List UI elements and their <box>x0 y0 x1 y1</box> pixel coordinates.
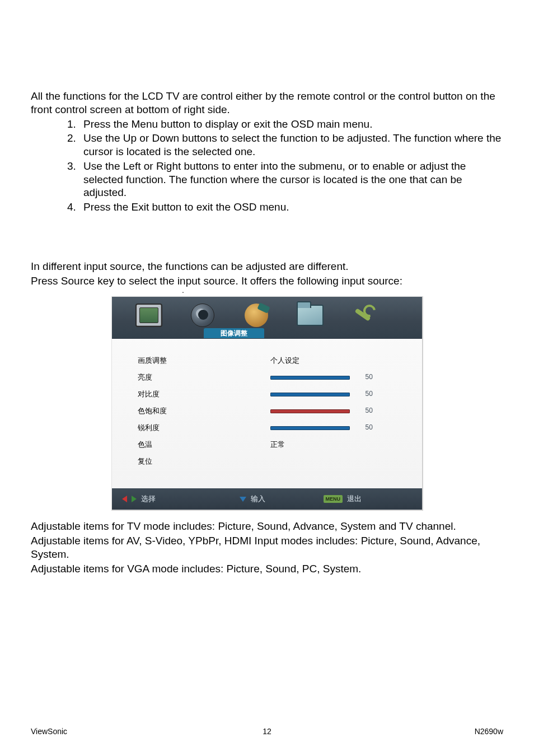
footer-page: 12 <box>31 727 503 736</box>
tab-system[interactable] <box>283 302 337 328</box>
value-contrast[interactable]: 50 <box>270 386 403 403</box>
bar-saturation <box>270 409 350 413</box>
tab-advance[interactable] <box>229 302 283 328</box>
osd-panel: 图像调整 画质调整 亮度 对比度 色饱和度 锐利度 色温 复位 个人设定 <box>111 296 423 511</box>
wrench-icon <box>352 304 376 327</box>
label-reset[interactable]: 复位 <box>138 453 270 470</box>
osd-label-column: 画质调整 亮度 对比度 色饱和度 锐利度 色温 复位 <box>138 352 270 469</box>
active-tab-label: 图像调整 <box>204 328 264 338</box>
label-quality[interactable]: 画质调整 <box>138 352 270 369</box>
bar-brightness <box>270 376 350 380</box>
below-text-block: Adjustable items for TV mode includes: P… <box>31 520 503 575</box>
value-colortemp: 正常 <box>270 436 403 453</box>
label-sharpness[interactable]: 锐利度 <box>138 419 270 436</box>
tab-picture[interactable] <box>122 302 176 328</box>
folder-icon <box>297 305 324 326</box>
arrow-right-icon <box>132 496 137 502</box>
num-saturation: 50 <box>366 403 373 419</box>
tab-tools[interactable] <box>337 302 391 328</box>
osd-value-column: 个人设定 50 50 50 <box>270 352 403 469</box>
arrow-left-icon <box>122 496 127 502</box>
label-contrast[interactable]: 对比度 <box>138 386 270 403</box>
value-brightness[interactable]: 50 <box>270 369 403 386</box>
label-colortemp[interactable]: 色温 <box>138 436 270 453</box>
osd-tab-strip: 图像调整 <box>112 297 422 339</box>
value-saturation[interactable]: 50 <box>270 403 403 419</box>
osd-body: 画质调整 亮度 对比度 色饱和度 锐利度 色温 复位 个人设定 50 <box>112 339 422 488</box>
footer-select-label: 选择 <box>141 494 156 504</box>
osd-footer: 选择 输入 MENU 退出 <box>112 488 422 510</box>
footer-enter-label: 输入 <box>251 494 265 504</box>
instruction-3: Use the Left or Right buttons to enter i… <box>79 160 503 199</box>
below-p1: Adjustable items for TV mode includes: P… <box>31 520 503 533</box>
value-quality: 个人设定 <box>270 352 403 369</box>
stray-dot: . <box>182 288 503 292</box>
value-colortemp-text: 正常 <box>270 436 285 453</box>
instruction-4: Press the Exit button to exit the OSD me… <box>79 200 503 214</box>
num-contrast: 50 <box>366 386 373 402</box>
menu-badge: MENU <box>324 495 343 503</box>
value-sharpness[interactable]: 50 <box>270 419 403 436</box>
bar-contrast <box>270 393 350 396</box>
volume-icon <box>191 304 214 327</box>
monitor-icon <box>135 304 162 327</box>
page-footer: ViewSonic 12 N2690w <box>31 727 503 736</box>
intro-text: All the functions for the LCD TV are con… <box>31 90 503 116</box>
instruction-list: Press the Menu button to display or exit… <box>31 118 503 214</box>
footer-select: 选择 <box>122 494 156 504</box>
tab-label-strip: 图像调整 <box>112 328 422 338</box>
arrow-down-icon <box>240 497 246 502</box>
footer-enter: 输入 <box>240 494 265 504</box>
below-p2: Adjustable items for AV, S-Video, YPbPr,… <box>31 534 503 561</box>
value-quality-text: 个人设定 <box>270 352 299 369</box>
mid-text-2: Press Source key to select the input sou… <box>31 274 503 288</box>
gear-icon <box>245 304 268 327</box>
footer-exit: MENU 退出 <box>324 494 362 504</box>
osd-wrapper: 图像调整 画质调整 亮度 对比度 色饱和度 锐利度 色温 复位 个人设定 <box>31 296 503 511</box>
footer-exit-label: 退出 <box>347 494 362 504</box>
instruction-2: Use the Up or Down buttons to select the… <box>79 132 503 158</box>
instruction-1: Press the Menu button to display or exit… <box>79 118 503 131</box>
mid-text-1: In different input source, the functions… <box>31 260 503 273</box>
bar-sharpness <box>270 426 350 430</box>
below-p3: Adjustable items for VGA mode includes: … <box>31 562 503 576</box>
num-brightness: 50 <box>366 370 373 385</box>
page: All the functions for the LCD TV are con… <box>0 0 534 756</box>
tab-sound[interactable] <box>176 302 229 328</box>
label-saturation[interactable]: 色饱和度 <box>138 403 270 419</box>
num-sharpness: 50 <box>366 420 373 436</box>
label-brightness[interactable]: 亮度 <box>138 369 270 386</box>
